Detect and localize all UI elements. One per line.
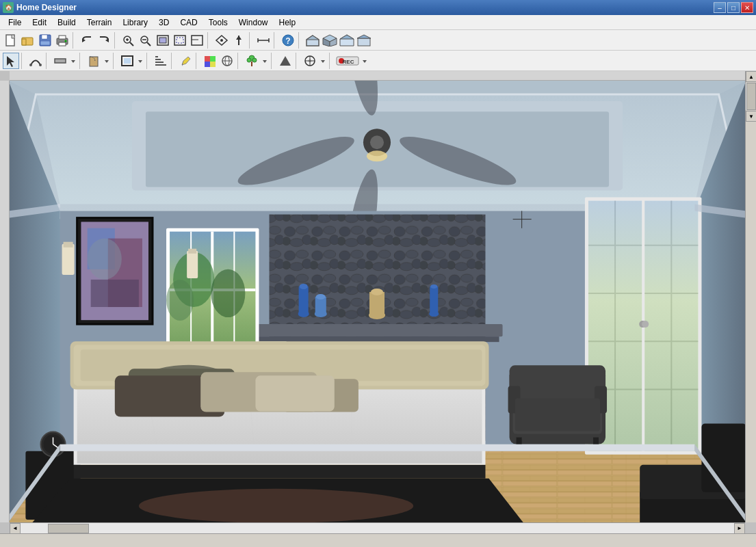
svg-marker-49 bbox=[105, 60, 109, 63]
hscroll-track[interactable] bbox=[21, 523, 734, 533]
sep-t25 bbox=[146, 53, 151, 69]
toolbar2: REC bbox=[0, 51, 756, 71]
menubar: File Edit Build Terrain Library 3D CAD T… bbox=[0, 15, 756, 30]
menu-edit[interactable]: Edit bbox=[27, 16, 52, 29]
left-ruler bbox=[0, 81, 10, 522]
print-button[interactable] bbox=[54, 32, 70, 49]
toolbar1: ? bbox=[0, 30, 756, 51]
3d-view-button[interactable] bbox=[322, 32, 338, 49]
paint-tool-button[interactable] bbox=[202, 53, 218, 69]
svg-marker-42 bbox=[357, 35, 371, 38]
svg-rect-120 bbox=[255, 336, 499, 342]
sep-t26 bbox=[171, 53, 175, 69]
3d-canvas[interactable] bbox=[10, 81, 745, 522]
plant-tool-button[interactable] bbox=[244, 53, 260, 69]
svg-rect-180 bbox=[188, 249, 196, 254]
scroll-right-arrow[interactable]: ► bbox=[734, 523, 745, 534]
sep-t24 bbox=[113, 53, 117, 69]
arc-tool-button[interactable] bbox=[27, 53, 44, 69]
menu-cad[interactable]: CAD bbox=[174, 16, 203, 29]
svg-marker-28 bbox=[236, 36, 242, 40]
minimize-button[interactable]: – bbox=[714, 2, 726, 13]
prev-zoom-button[interactable] bbox=[189, 32, 205, 49]
close-button[interactable]: ✕ bbox=[741, 2, 753, 13]
zoom-in-button[interactable] bbox=[120, 32, 137, 49]
menu-3d[interactable]: 3D bbox=[153, 16, 174, 29]
save-button[interactable] bbox=[37, 32, 53, 49]
room-tool-button[interactable] bbox=[119, 53, 135, 69]
svg-line-15 bbox=[130, 42, 133, 46]
undo-button[interactable] bbox=[79, 32, 95, 49]
scroll-down-arrow[interactable]: ▼ bbox=[746, 111, 756, 122]
svg-line-18 bbox=[147, 42, 151, 46]
scroll-thumb[interactable] bbox=[746, 83, 756, 110]
dollhouse-button[interactable] bbox=[356, 32, 372, 49]
titlebar: 🏠 Home Designer – □ ✕ bbox=[0, 0, 756, 15]
floorplan-view-button[interactable] bbox=[304, 32, 321, 49]
svg-rect-61 bbox=[205, 62, 210, 67]
transform-tool-button[interactable] bbox=[302, 53, 318, 69]
svg-marker-80 bbox=[363, 60, 367, 63]
svg-rect-59 bbox=[205, 56, 210, 62]
maximize-button[interactable]: □ bbox=[727, 2, 740, 13]
vertical-scrollbar[interactable]: ▲ ▼ bbox=[745, 71, 756, 522]
rec-dropdown[interactable] bbox=[361, 53, 369, 69]
sep-t22 bbox=[46, 53, 50, 69]
sep4 bbox=[249, 32, 253, 49]
horizontal-scrollbar[interactable]: ◄ ► bbox=[10, 522, 745, 533]
menu-build[interactable]: Build bbox=[52, 16, 81, 29]
menu-tools[interactable]: Tools bbox=[203, 16, 233, 29]
texture-tool-button[interactable] bbox=[219, 53, 235, 69]
svg-point-75 bbox=[309, 59, 311, 62]
scroll-track[interactable] bbox=[746, 83, 756, 110]
hscroll-thumb[interactable] bbox=[48, 524, 89, 533]
svg-point-68 bbox=[252, 58, 257, 62]
svg-point-133 bbox=[300, 284, 308, 289]
statusbar bbox=[0, 533, 756, 547]
plant-dropdown[interactable] bbox=[261, 53, 269, 69]
sep-t21 bbox=[21, 53, 25, 69]
open-button[interactable] bbox=[20, 32, 36, 49]
wall-tool-button[interactable] bbox=[52, 53, 68, 69]
wall-dropdown[interactable] bbox=[69, 53, 77, 69]
transform-dropdown[interactable] bbox=[319, 53, 327, 69]
menu-terrain[interactable]: Terrain bbox=[81, 16, 118, 29]
select-tool-button[interactable] bbox=[3, 53, 19, 69]
arrow-button[interactable] bbox=[231, 32, 247, 49]
menu-library[interactable]: Library bbox=[117, 16, 153, 29]
help-button[interactable]: ? bbox=[280, 32, 296, 49]
svg-rect-5 bbox=[40, 41, 50, 45]
svg-rect-216 bbox=[255, 375, 334, 411]
menu-file[interactable]: File bbox=[3, 16, 27, 29]
rec-button[interactable]: REC bbox=[335, 53, 360, 69]
svg-marker-52 bbox=[138, 60, 142, 63]
measure-button[interactable] bbox=[255, 32, 272, 49]
new-button[interactable] bbox=[3, 32, 19, 49]
svg-rect-23 bbox=[192, 36, 203, 45]
svg-point-26 bbox=[220, 39, 223, 42]
svg-marker-223 bbox=[60, 444, 695, 451]
svg-point-136 bbox=[316, 294, 326, 299]
pencil-tool-button[interactable] bbox=[177, 53, 194, 69]
menu-help[interactable]: Help bbox=[273, 16, 301, 29]
stair-tool-button[interactable] bbox=[153, 53, 169, 69]
app-icon: 🏠 bbox=[3, 2, 14, 13]
redo-button[interactable] bbox=[96, 32, 112, 49]
zoom-fit-button[interactable] bbox=[155, 32, 171, 49]
room-dropdown[interactable] bbox=[136, 53, 144, 69]
scroll-ctr-button[interactable] bbox=[213, 32, 230, 49]
sep6 bbox=[298, 32, 302, 49]
svg-rect-177 bbox=[62, 244, 75, 275]
scroll-left-arrow[interactable]: ◄ bbox=[10, 523, 21, 534]
zoom-out-button[interactable] bbox=[138, 32, 154, 49]
zoom-box-button[interactable] bbox=[172, 32, 188, 49]
door-tool-button[interactable] bbox=[86, 53, 102, 69]
door-dropdown[interactable] bbox=[103, 53, 111, 69]
svg-rect-135 bbox=[315, 297, 326, 315]
scroll-up-arrow[interactable]: ▲ bbox=[746, 71, 756, 82]
sep-t28 bbox=[237, 53, 242, 69]
up-arrow-button[interactable] bbox=[277, 53, 294, 69]
menu-window[interactable]: Window bbox=[233, 16, 274, 29]
svg-rect-220 bbox=[701, 424, 745, 492]
camera-view-button[interactable] bbox=[339, 32, 355, 49]
